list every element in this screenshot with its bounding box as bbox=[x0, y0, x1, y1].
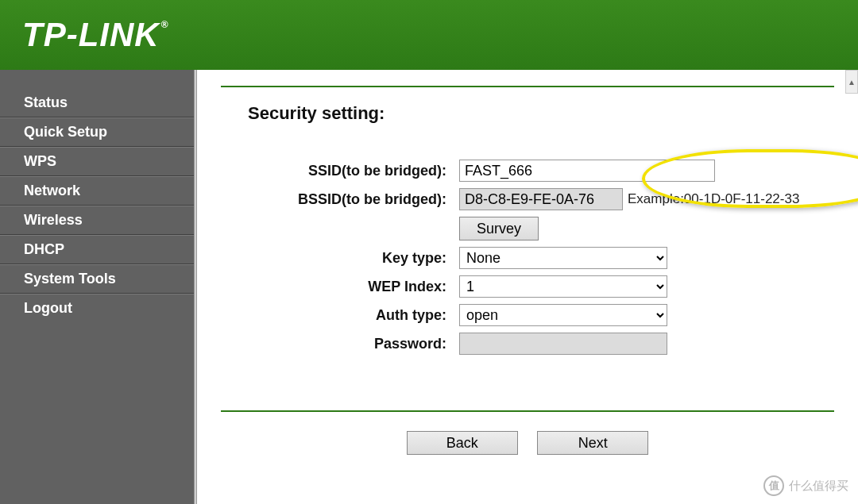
next-button[interactable]: Next bbox=[537, 431, 648, 455]
auth-type-select[interactable]: open bbox=[459, 304, 667, 326]
row-password: Password: bbox=[221, 333, 834, 355]
page-title: Security setting: bbox=[248, 103, 834, 124]
divider-top bbox=[221, 86, 834, 87]
password-label: Password: bbox=[221, 336, 459, 352]
sidebar-item-label: DHCP bbox=[24, 241, 64, 257]
sidebar-item-logout[interactable]: Logout bbox=[0, 294, 194, 322]
button-row: Back Next bbox=[221, 431, 834, 455]
sidebar-item-wireless[interactable]: Wireless bbox=[0, 206, 194, 235]
bssid-example: Example:00-1D-0F-11-22-33 bbox=[628, 191, 799, 207]
sidebar-item-label: Quick Setup bbox=[24, 124, 107, 140]
brand-logo: TP-LINK ® bbox=[22, 16, 169, 54]
back-button[interactable]: Back bbox=[407, 431, 518, 455]
bssid-label: BSSID(to be bridged): bbox=[221, 191, 459, 208]
password-input[interactable] bbox=[459, 333, 667, 355]
ssid-label: SSID(to be bridged): bbox=[221, 163, 459, 179]
key-type-select[interactable]: None bbox=[459, 247, 667, 269]
sidebar-item-label: Network bbox=[24, 183, 80, 198]
row-ssid: SSID(to be bridged): bbox=[221, 160, 834, 182]
header: TP-LINK ® bbox=[0, 0, 858, 70]
survey-button[interactable]: Survey bbox=[459, 217, 539, 240]
sidebar-item-label: Wireless bbox=[24, 212, 83, 228]
watermark: 值 什么值得买 bbox=[763, 475, 848, 496]
key-type-label: Key type: bbox=[221, 250, 459, 267]
watermark-badge-icon: 值 bbox=[763, 475, 784, 496]
sidebar-item-wps[interactable]: WPS bbox=[0, 147, 194, 176]
ssid-input[interactable] bbox=[459, 160, 715, 182]
scrollbar-up-icon[interactable]: ▲ bbox=[845, 70, 858, 94]
sidebar-item-quick-setup[interactable]: Quick Setup bbox=[0, 117, 194, 147]
layout: Status Quick Setup WPS Network Wireless … bbox=[0, 70, 858, 504]
sidebar-item-label: System Tools bbox=[24, 271, 116, 287]
row-key-type: Key type: None bbox=[221, 247, 834, 269]
auth-type-label: Auth type: bbox=[221, 307, 459, 324]
sidebar-item-system-tools[interactable]: System Tools bbox=[0, 264, 194, 294]
content: ▲ Security setting: SSID(to be bridged):… bbox=[197, 70, 858, 504]
row-auth-type: Auth type: open bbox=[221, 304, 834, 326]
row-wep-index: WEP Index: 1 bbox=[221, 275, 834, 298]
sidebar-item-dhcp[interactable]: DHCP bbox=[0, 235, 194, 264]
row-bssid: BSSID(to be bridged): Example:00-1D-0F-1… bbox=[221, 188, 834, 210]
sidebar: Status Quick Setup WPS Network Wireless … bbox=[0, 70, 194, 504]
wep-index-label: WEP Index: bbox=[221, 279, 459, 295]
sidebar-item-network[interactable]: Network bbox=[0, 176, 194, 206]
sidebar-item-label: Logout bbox=[24, 300, 72, 316]
registered-icon: ® bbox=[161, 19, 169, 30]
wep-index-select[interactable]: 1 bbox=[459, 275, 667, 298]
watermark-text: 什么值得买 bbox=[789, 479, 848, 494]
sidebar-item-status[interactable]: Status bbox=[0, 89, 194, 117]
sidebar-item-label: WPS bbox=[24, 153, 56, 169]
bssid-input[interactable] bbox=[459, 188, 623, 210]
sidebar-item-label: Status bbox=[24, 94, 68, 110]
brand-text: TP-LINK bbox=[22, 16, 160, 54]
divider-bottom bbox=[221, 410, 834, 412]
